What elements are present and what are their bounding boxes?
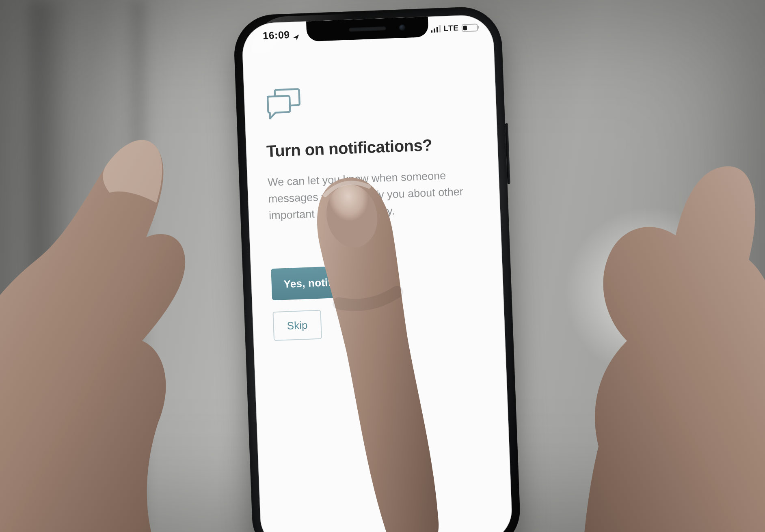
cellular-signal-icon — [431, 25, 441, 32]
phone-screen: 16:09 LTE — [241, 14, 513, 532]
status-time: 16:09 — [263, 28, 290, 41]
hand-left — [0, 122, 195, 532]
page-description: We can let you know when someone message… — [267, 166, 476, 224]
phone-body: 16:09 LTE — [233, 6, 521, 532]
status-right: LTE — [431, 23, 478, 33]
battery-icon — [462, 23, 478, 32]
skip-button[interactable]: Skip — [272, 310, 322, 340]
page-heading: Turn on notifications? — [266, 134, 478, 160]
button-group: Yes, notify me Skip — [271, 261, 484, 341]
phone-speaker — [349, 26, 386, 32]
doorknob-blur — [694, 261, 730, 301]
photo-background: 16:09 LTE — [0, 0, 765, 532]
hand-right — [582, 130, 765, 532]
notification-permission-screen: Turn on notifications? We can let you kn… — [264, 80, 485, 341]
status-left: 16:09 — [263, 28, 294, 41]
network-label: LTE — [443, 24, 459, 33]
phone-side-button — [505, 123, 510, 184]
phone-front-camera — [399, 24, 406, 31]
chat-bubbles-icon — [264, 80, 476, 123]
notify-me-button[interactable]: Yes, notify me — [271, 265, 378, 300]
